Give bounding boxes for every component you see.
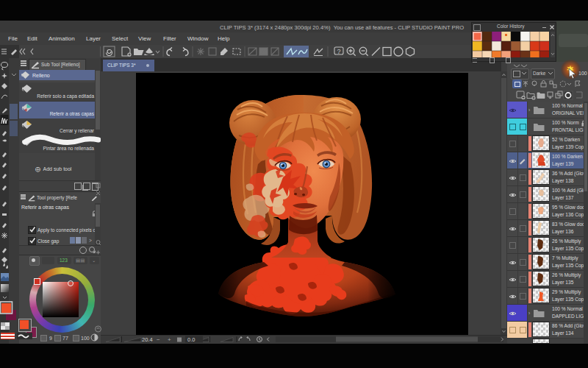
svg-text:?: ? [337,48,341,55]
svg-text:−: − [157,336,160,343]
svg-text:20.4: 20.4 [142,336,153,343]
svg-text:+: + [168,336,171,343]
svg-text:0.0: 0.0 [187,336,195,343]
